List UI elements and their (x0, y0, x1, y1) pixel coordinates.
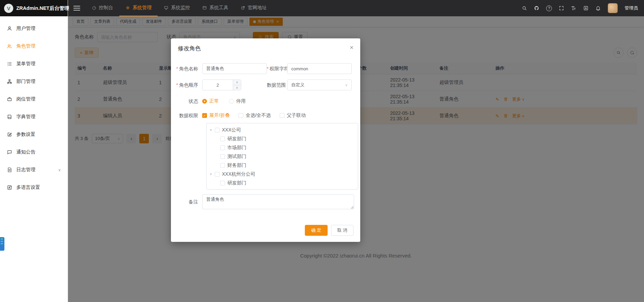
document-icon (7, 167, 12, 173)
chevron-down-icon: ∨ (58, 168, 61, 172)
username-label: 管理员 (625, 5, 638, 11)
nav-label: 控制台 (99, 5, 113, 11)
caret-down-icon[interactable]: ▼ (209, 173, 215, 176)
tree-checkbox[interactable] (215, 172, 220, 177)
close-icon[interactable]: × (350, 44, 353, 51)
tree-node-dept[interactable]: 测试部门 (207, 152, 358, 161)
sidebar-menu: 用户管理 角色管理 菜单管理 部门管理 岗位管理 字典管理 (0, 16, 68, 196)
tree-node-label: 测试部门 (227, 189, 246, 190)
nav-item-system-tools[interactable]: 系统工具 (196, 0, 234, 16)
nav-item-system-monitor[interactable]: 系统监控 (158, 0, 196, 16)
top-header: 控制台 系统管理 系统监控 系统工具 官网地址 ? (68, 0, 644, 16)
radio-dot (229, 99, 234, 104)
radio-label: 停用 (236, 98, 246, 104)
user-avatar[interactable] (608, 3, 618, 13)
gear-icon (125, 5, 130, 10)
tree-node-company[interactable]: ▼ XXX公司 (207, 126, 358, 135)
notification-bell-icon[interactable] (595, 5, 601, 11)
dashboard-icon (92, 5, 97, 10)
nav-label: 系统管理 (133, 5, 152, 11)
top-nav: 控制台 系统管理 系统监控 系统工具 官网地址 (86, 0, 273, 16)
cancel-button[interactable]: 取 消 (331, 225, 353, 236)
data-scope-select[interactable]: 自定义 ∨ (287, 79, 352, 90)
sidebar-item-dict-mgmt[interactable]: 字典管理 (0, 108, 68, 126)
sidebar-item-param-settings[interactable]: 参数设置 (0, 126, 68, 143)
logo-bar[interactable]: V ZRAdmin.NET后台管理 (0, 0, 68, 16)
expand-collapse-checkbox[interactable]: ✓ 展开/折叠 (202, 112, 230, 119)
tree-node-label: XXX公司 (222, 127, 241, 133)
tree-node-dept[interactable]: 财务部门 (207, 161, 358, 170)
sidebar-item-label: 部门管理 (16, 78, 35, 85)
font-size-icon[interactable] (571, 5, 576, 11)
tree-node-dept[interactable]: 研发部门 (207, 135, 358, 143)
sidebar-item-menu-mgmt[interactable]: 菜单管理 (0, 55, 68, 73)
confirm-button[interactable]: 确 定 (305, 225, 328, 236)
sidebar-item-post-mgmt[interactable]: 岗位管理 (0, 90, 68, 108)
parent-child-link-checkbox[interactable]: 父子联动 (280, 112, 306, 119)
tree-node-dept[interactable]: 研发部门 (207, 179, 358, 188)
nav-label: 系统监控 (171, 5, 190, 11)
tree-node-label: 财务部门 (227, 162, 246, 168)
sidebar-item-log-mgmt[interactable]: 日志管理 ∨ (0, 161, 68, 179)
status-radio-disabled[interactable]: 停用 (229, 98, 246, 104)
sidebar-item-notice[interactable]: 通知公告 (0, 143, 68, 161)
sidebar-item-dept-mgmt[interactable]: 部门管理 (0, 73, 68, 90)
perm-char-field[interactable] (287, 63, 352, 74)
tree-node-dept[interactable]: 测试部门 (207, 188, 358, 190)
monitor-icon (164, 5, 169, 10)
checkbox-label: 展开/折叠 (209, 112, 230, 119)
tree-node-branch-company[interactable]: ▼ XXX杭州分公司 (207, 170, 358, 179)
list-icon (7, 61, 12, 67)
caret-down-icon[interactable]: ▼ (209, 128, 215, 132)
sidebar-item-label: 字典管理 (16, 114, 35, 120)
tree-checkbox[interactable] (220, 154, 225, 159)
fullscreen-icon[interactable] (559, 5, 564, 11)
stepper-down-button[interactable]: ∨ (233, 85, 241, 90)
stepper-up-button[interactable]: ∧ (233, 80, 241, 85)
tree-checkbox[interactable] (220, 163, 225, 168)
select-all-checkbox[interactable]: 全选/全不选 (239, 112, 271, 119)
tree-checkbox[interactable] (220, 137, 225, 141)
status-radio-normal[interactable]: 正常 (202, 98, 219, 104)
sidebar-item-user-mgmt[interactable]: 用户管理 (0, 20, 68, 37)
sidebar-item-label: 岗位管理 (16, 96, 35, 102)
floating-widget[interactable] (0, 237, 4, 251)
language-icon[interactable] (583, 5, 589, 11)
users-group-icon (7, 43, 12, 49)
sidebar-item-i18n-settings[interactable]: 多语言设置 (0, 179, 68, 196)
role-order-field-label: *角色顺序 (176, 79, 202, 90)
tree-checkbox[interactable] (220, 181, 225, 185)
nav-item-system-mgmt[interactable]: 系统管理 (119, 0, 158, 16)
checkbox-box: ✓ (202, 113, 207, 118)
tree-node-label: 研发部门 (227, 136, 246, 142)
translate-icon (7, 185, 12, 190)
nav-item-console[interactable]: 控制台 (86, 0, 119, 16)
sidebar-item-label: 通知公告 (16, 149, 35, 155)
radio-dot (202, 99, 207, 104)
dialog-footer: 确 定 取 消 (305, 225, 353, 236)
role-name-field[interactable] (202, 63, 267, 74)
app-root: 控制台 系统管理 系统监控 系统工具 官网地址 ? (0, 0, 644, 302)
checkbox-box (280, 113, 284, 118)
dialog-title: 修改角色 (178, 45, 201, 52)
nav-label: 官网地址 (248, 5, 267, 11)
help-icon[interactable]: ? (546, 5, 552, 11)
tree-node-dept[interactable]: 市场部门 (207, 143, 358, 152)
window-icon (202, 5, 207, 10)
user-icon (7, 26, 12, 31)
briefcase-icon (7, 96, 12, 102)
tree-node-label: XXX杭州分公司 (222, 171, 255, 177)
tree-checkbox[interactable] (220, 145, 225, 150)
remark-field[interactable]: 普通角色 (202, 194, 354, 209)
chevron-down-icon: ∨ (345, 83, 348, 87)
data-perm-section-label: 数据权限 (176, 110, 202, 121)
hamburger-menu-icon[interactable] (73, 6, 80, 11)
status-field-label: 状态 (176, 96, 202, 107)
sidebar-item-role-mgmt[interactable]: 角色管理 (0, 37, 68, 55)
nav-item-official-site[interactable]: 官网地址 (234, 0, 273, 16)
external-link-icon (241, 5, 245, 10)
github-icon[interactable] (534, 5, 539, 11)
logo-icon: V (4, 4, 13, 13)
tree-checkbox[interactable] (215, 128, 220, 132)
search-icon[interactable] (522, 5, 527, 11)
